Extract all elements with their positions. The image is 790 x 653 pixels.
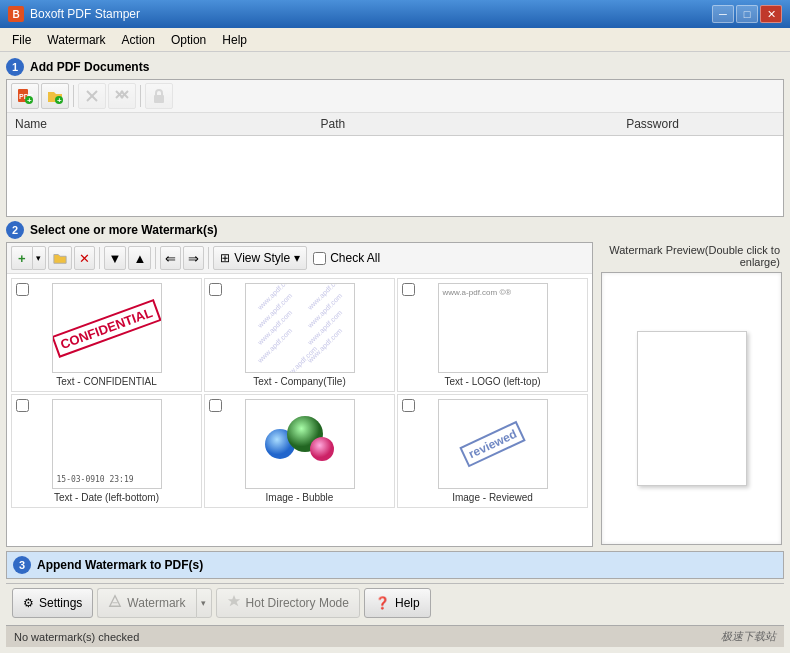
remove-all-button[interactable] — [108, 83, 136, 109]
move-up-button[interactable]: ▲ — [128, 246, 151, 270]
menu-option[interactable]: Option — [163, 31, 214, 49]
preview-page — [637, 331, 747, 486]
add-watermark-button[interactable]: + — [11, 246, 32, 270]
watermark-checkbox[interactable] — [402, 283, 415, 296]
watermark-label: Text - CONFIDENTIAL — [56, 376, 157, 387]
remove-button[interactable] — [78, 83, 106, 109]
list-item[interactable]: reviewed Image - Reviewed — [397, 394, 588, 508]
export-button[interactable]: ⇒ — [183, 246, 204, 270]
list-item[interactable]: www.apdf.com www.apdf.com www.apdf.com w… — [204, 278, 395, 392]
status-bar: No watermark(s) checked 极速下载站 — [6, 625, 784, 647]
minimize-button[interactable]: ─ — [712, 5, 734, 23]
list-item[interactable]: CONFIDENTIAL Text - CONFIDENTIAL — [11, 278, 202, 392]
watermark-thumbnail: CONFIDENTIAL — [52, 283, 162, 373]
preview-box[interactable] — [601, 272, 782, 545]
watermark-list-panel: + ▾ ✕ ▼ ▲ ⇐ ⇒ — [6, 242, 593, 547]
watermark-thumbnail — [245, 399, 355, 489]
check-all-label: Check All — [330, 251, 380, 265]
hot-dir-icon — [227, 594, 241, 611]
wm-sep2 — [155, 247, 156, 269]
help-label: Help — [395, 596, 420, 610]
view-style-arrow: ▾ — [294, 251, 300, 265]
status-brand: 极速下载站 — [721, 629, 776, 644]
watermark-checkbox[interactable] — [16, 399, 29, 412]
section1-title: Add PDF Documents — [30, 60, 149, 74]
settings-button[interactable]: ⚙ Settings — [12, 588, 93, 618]
watermark-scroll-area: CONFIDENTIAL Text - CONFIDENTIAL — [7, 274, 592, 546]
section2-title: Select one or more Watermark(s) — [30, 223, 218, 237]
delete-watermark-button[interactable]: ✕ — [74, 246, 95, 270]
add-watermark-dropdown[interactable]: ▾ — [32, 246, 46, 270]
maximize-button[interactable]: □ — [736, 5, 758, 23]
main-area: 1 Add PDF Documents PDF + + — [0, 52, 790, 653]
section3-header: 3 Append Watermark to PDF(s) — [6, 551, 784, 579]
watermark-grid: CONFIDENTIAL Text - CONFIDENTIAL — [7, 274, 592, 512]
pdf-panel: PDF + + — [6, 79, 784, 217]
watermark-checkbox[interactable] — [209, 399, 222, 412]
watermark-label: Image - Bubble — [266, 492, 334, 503]
watermark-label: Text - LOGO (left-top) — [444, 376, 540, 387]
hot-directory-button[interactable]: Hot Directory Mode — [216, 588, 360, 618]
watermark-button[interactable]: Watermark — [97, 588, 195, 618]
section3-number: 3 — [13, 556, 31, 574]
watermark-checkbox[interactable] — [16, 283, 29, 296]
pdf-table-header: Name Path Password — [7, 113, 783, 136]
preview-panel: Watermark Preview(Double click to enlarg… — [599, 242, 784, 547]
preview-title: Watermark Preview(Double click to enlarg… — [599, 242, 784, 270]
import-button[interactable]: ⇐ — [160, 246, 181, 270]
password-button[interactable] — [145, 83, 173, 109]
check-all-checkbox[interactable] — [313, 252, 326, 265]
list-item[interactable]: www.a-pdf.com ©® Text - LOGO (left-top) — [397, 278, 588, 392]
menu-action[interactable]: Action — [114, 31, 163, 49]
add-folder-button[interactable]: + — [41, 83, 69, 109]
watermark-label: Image - Reviewed — [452, 492, 533, 503]
watermark-checkbox[interactable] — [209, 283, 222, 296]
watermark-icon — [108, 594, 122, 611]
section1-number: 1 — [6, 58, 24, 76]
watermark-label: Watermark — [127, 596, 185, 610]
watermark-checkbox[interactable] — [402, 399, 415, 412]
section2-watermarks: 2 Select one or more Watermark(s) + ▾ ✕ — [6, 221, 784, 547]
wm-sep1 — [99, 247, 100, 269]
status-message: No watermark(s) checked — [14, 631, 139, 643]
menu-file[interactable]: File — [4, 31, 39, 49]
help-button[interactable]: ❓ Help — [364, 588, 431, 618]
watermark-btn-split: Watermark ▾ — [97, 588, 211, 618]
view-style-label: View Style — [234, 251, 290, 265]
watermark-thumbnail: reviewed — [438, 399, 548, 489]
close-button[interactable]: ✕ — [760, 5, 782, 23]
list-item[interactable]: 15-03-0910 23:19 Text - Date (left-botto… — [11, 394, 202, 508]
section2-number: 2 — [6, 221, 24, 239]
app-title: Boxoft PDF Stamper — [30, 7, 140, 21]
pdf-toolbar: PDF + + — [7, 80, 783, 113]
watermark-thumbnail: www.a-pdf.com ©® — [438, 283, 548, 373]
wm-sep3 — [208, 247, 209, 269]
toolbar-sep2 — [140, 85, 141, 107]
add-pdf-button[interactable]: PDF + — [11, 83, 39, 109]
menu-help[interactable]: Help — [214, 31, 255, 49]
svg-point-15 — [310, 437, 334, 461]
watermark-toolbar: + ▾ ✕ ▼ ▲ ⇐ ⇒ — [7, 243, 592, 274]
col-password: Password — [622, 115, 779, 133]
settings-label: Settings — [39, 596, 82, 610]
watermark-dropdown-button[interactable]: ▾ — [196, 588, 212, 618]
svg-text:+: + — [57, 96, 62, 104]
toolbar-sep1 — [73, 85, 74, 107]
check-all-container: Check All — [313, 251, 380, 265]
list-item[interactable]: Image - Bubble — [204, 394, 395, 508]
section3-append: 3 Append Watermark to PDF(s) — [6, 551, 784, 579]
col-name: Name — [11, 115, 317, 133]
hot-dir-label: Hot Directory Mode — [246, 596, 349, 610]
watermark-grid-container[interactable]: CONFIDENTIAL Text - CONFIDENTIAL — [7, 274, 592, 546]
move-down-button[interactable]: ▼ — [104, 246, 127, 270]
col-path: Path — [317, 115, 623, 133]
section3-title: Append Watermark to PDF(s) — [37, 558, 203, 572]
bottom-toolbar: ⚙ Settings Watermark ▾ Hot Dire — [6, 583, 784, 621]
svg-text:+: + — [27, 96, 32, 104]
pdf-file-table — [7, 136, 783, 216]
open-watermark-button[interactable] — [48, 246, 72, 270]
menu-watermark[interactable]: Watermark — [39, 31, 113, 49]
menu-bar: File Watermark Action Option Help — [0, 28, 790, 52]
help-icon: ❓ — [375, 596, 390, 610]
view-style-button[interactable]: ⊞ View Style ▾ — [213, 246, 307, 270]
